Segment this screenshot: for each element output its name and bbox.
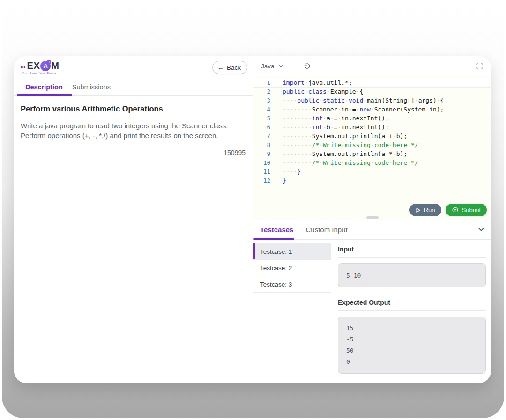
tab-testcases[interactable]: Testcases <box>260 220 293 239</box>
testcases-tabs: Testcases Custom Input <box>253 220 491 240</box>
code-text: ········/*·Write·missing·code·here·*/ <box>283 140 418 149</box>
collapse-panel-button[interactable] <box>478 220 484 239</box>
expected-output-line: 15 <box>346 323 477 334</box>
expected-output-line: -5 <box>346 334 477 345</box>
line-number: 4 <box>253 105 281 114</box>
problem-title: Perform various Arithmetic Operations <box>21 104 246 113</box>
code-line[interactable]: 9········System.out.println(a·*·b); <box>253 149 491 158</box>
problem-panel: ur EX A + M Your Exam. Your Future ← Bac… <box>14 56 253 383</box>
logo-ex-text: EX <box>27 60 40 71</box>
fullscreen-button[interactable] <box>476 62 484 70</box>
code-text: ····public·static·void·main(String[]·arg… <box>283 96 444 105</box>
editor-actions: Run Submit <box>409 204 487 216</box>
code-line[interactable]: 11····} <box>253 167 491 176</box>
tab-description[interactable]: Description <box>21 79 67 95</box>
tab-description-label: Description <box>25 83 63 91</box>
code-text: ········int·a·=·in.nextInt(); <box>283 114 389 123</box>
tab-submissions-label: Submissions <box>72 83 111 91</box>
problem-id: 150995 <box>21 149 246 156</box>
code-text: ········Scanner·in·=·new·Scanner(System.… <box>283 105 444 114</box>
fullscreen-icon <box>476 62 484 70</box>
code-text: import·java.util.*; <box>283 78 352 87</box>
problem-description: Write a java program to read two integer… <box>21 121 243 140</box>
line-number: 12 <box>253 176 281 185</box>
back-button-label: Back <box>227 64 241 71</box>
code-text: ········System.out.println(a·*·b); <box>283 149 407 158</box>
code-line[interactable]: 5········int·a·=·in.nextInt(); <box>253 114 491 123</box>
language-selector-value: Java <box>261 63 275 70</box>
chevron-down-icon <box>278 65 283 68</box>
run-button-label: Run <box>424 206 435 214</box>
logo-ur-text: ur <box>21 64 26 69</box>
line-number: 9 <box>253 149 281 158</box>
testcase-item[interactable]: Testcase: 3 <box>253 276 331 293</box>
line-number: 6 <box>253 123 281 132</box>
line-number: 11 <box>253 167 281 176</box>
code-line[interactable]: 12} <box>253 176 491 185</box>
panel-resize-handle[interactable] <box>366 216 379 219</box>
expected-output-line: 50 <box>346 345 477 356</box>
editor-toolbar: Java <box>253 56 491 76</box>
arrow-left-icon: ← <box>217 64 224 71</box>
line-number: 1 <box>253 78 281 87</box>
logo-tagline: Your Exam. Your Future <box>21 72 59 74</box>
testcase-detail: Input 5 10 Expected Output 15-5500 <box>331 240 491 383</box>
tab-custom-input[interactable]: Custom Input <box>305 220 347 239</box>
tab-testcases-label: Testcases <box>260 226 293 234</box>
line-number: 5 <box>253 114 281 123</box>
logo-plus-badge: + <box>47 60 51 64</box>
code-panel: Java 1import·java.util.*;2public·class·E… <box>253 56 491 383</box>
expected-output-line: 0 <box>346 356 477 368</box>
code-line[interactable]: 4········Scanner·in·=·new·Scanner(System… <box>253 105 491 114</box>
code-line[interactable]: 1import·java.util.*; <box>253 78 491 87</box>
line-number: 10 <box>253 158 281 167</box>
testcase-item[interactable]: Testcase: 1 <box>253 243 331 260</box>
code-line[interactable]: 8········/*·Write·missing·code·here·*/ <box>253 140 491 149</box>
line-number: 3 <box>253 96 281 105</box>
code-editor[interactable]: 1import·java.util.*;2public·class·Exampl… <box>253 76 491 220</box>
input-value-box: 5 10 <box>338 263 486 287</box>
problem-description-section: Perform various Arithmetic Operations Wr… <box>14 96 253 156</box>
code-line[interactable]: 6········int·b·=·in.nextInt(); <box>253 123 491 132</box>
testcases-section: Testcases Custom Input Testcase: 1Testca… <box>253 220 491 383</box>
testcase-item[interactable]: Testcase: 2 <box>253 260 331 276</box>
expected-output-box: 15-5500 <box>338 317 486 374</box>
exam-app-window: ur EX A + M Your Exam. Your Future ← Bac… <box>14 56 491 383</box>
line-number: 2 <box>253 87 281 96</box>
back-button[interactable]: ← Back <box>212 61 247 74</box>
code-line[interactable]: 10········/*·Write·missing·code·here·*/ <box>253 158 491 167</box>
code-text: ····} <box>283 167 301 176</box>
line-number: 7 <box>253 132 281 140</box>
code-line[interactable]: 2public·class·Example·{ <box>253 87 491 96</box>
input-value: 5 10 <box>346 272 361 279</box>
chevron-down-icon <box>478 228 484 232</box>
submit-button[interactable]: Submit <box>446 204 487 216</box>
code-line[interactable]: 7········System.out.println(a·+·b); <box>253 132 491 140</box>
testcases-body: Testcase: 1Testcase: 2Testcase: 3 Input … <box>253 240 491 383</box>
input-label: Input <box>338 245 486 258</box>
expected-output-label: Expected Output <box>338 299 486 311</box>
problem-tabs: Description Submissions <box>14 79 253 96</box>
reset-icon <box>303 62 311 70</box>
upload-circle-icon <box>452 206 459 214</box>
code-text: ········int·b·=·in.nextInt(); <box>283 123 389 132</box>
code-text: } <box>283 176 286 185</box>
language-selector[interactable]: Java <box>261 63 283 70</box>
logo-m-text: M <box>51 60 59 71</box>
logo-a-badge: A + <box>40 61 51 71</box>
code-lines: 1import·java.util.*;2public·class·Exampl… <box>253 78 491 185</box>
line-number: 8 <box>253 140 281 149</box>
left-header: ur EX A + M Your Exam. Your Future ← Bac… <box>14 56 253 79</box>
code-text: public·class·Example·{ <box>283 87 363 96</box>
tab-custom-input-label: Custom Input <box>305 226 347 234</box>
code-text: ········/*·Write·missing·code·here·*/ <box>283 158 418 167</box>
code-text: ········System.out.println(a·+·b); <box>283 132 407 140</box>
run-button[interactable]: Run <box>409 204 441 216</box>
submit-button-label: Submit <box>462 206 481 214</box>
reset-code-button[interactable] <box>303 62 311 70</box>
code-line[interactable]: 3····public·static·void·main(String[]·ar… <box>253 96 491 105</box>
tab-submissions[interactable]: Submissions <box>67 79 115 95</box>
testcase-list: Testcase: 1Testcase: 2Testcase: 3 <box>253 240 331 383</box>
logo-wordmark: ur EX A + M <box>21 60 59 71</box>
urexam-logo: ur EX A + M Your Exam. Your Future <box>21 60 59 74</box>
